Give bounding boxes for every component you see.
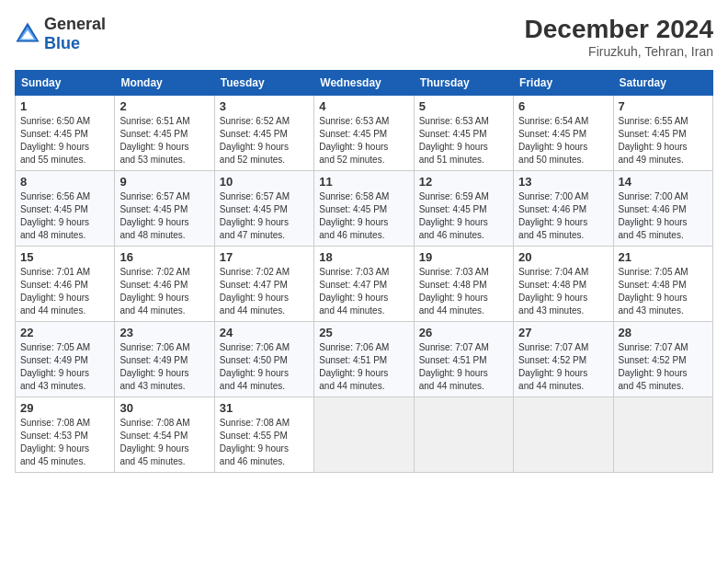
calendar-header-row: SundayMondayTuesdayWednesdayThursdayFrid… (16, 71, 713, 96)
day-number: 29 (20, 401, 109, 415)
calendar-cell: 24Sunrise: 7:06 AM Sunset: 4:50 PM Dayli… (214, 322, 313, 397)
calendar-cell: 22Sunrise: 7:05 AM Sunset: 4:49 PM Dayli… (16, 322, 115, 397)
page-header: General Blue December 2024 Firuzkuh, Teh… (15, 15, 713, 59)
day-info: Sunrise: 6:58 AM Sunset: 4:45 PM Dayligh… (319, 190, 408, 242)
calendar-cell (314, 397, 414, 473)
day-info: Sunrise: 7:07 AM Sunset: 4:52 PM Dayligh… (619, 341, 708, 393)
calendar-week-4: 22Sunrise: 7:05 AM Sunset: 4:49 PM Dayli… (16, 322, 713, 397)
day-number: 13 (518, 175, 608, 189)
day-number: 6 (518, 99, 608, 113)
day-number: 23 (119, 326, 209, 339)
day-info: Sunrise: 6:53 AM Sunset: 4:45 PM Dayligh… (319, 115, 408, 167)
day-info: Sunrise: 7:01 AM Sunset: 4:46 PM Dayligh… (20, 266, 109, 317)
day-info: Sunrise: 6:53 AM Sunset: 4:45 PM Dayligh… (419, 115, 508, 167)
day-info: Sunrise: 6:51 AM Sunset: 4:45 PM Dayligh… (119, 115, 209, 167)
calendar-cell (414, 397, 513, 473)
day-info: Sunrise: 7:07 AM Sunset: 4:52 PM Dayligh… (518, 341, 608, 393)
day-info: Sunrise: 6:57 AM Sunset: 4:45 PM Dayligh… (119, 190, 209, 242)
calendar-cell: 21Sunrise: 7:05 AM Sunset: 4:48 PM Dayli… (613, 247, 712, 322)
calendar-cell: 11Sunrise: 6:58 AM Sunset: 4:45 PM Dayli… (314, 171, 414, 247)
calendar-cell: 1Sunrise: 6:50 AM Sunset: 4:45 PM Daylig… (16, 96, 115, 171)
calendar-cell: 17Sunrise: 7:02 AM Sunset: 4:47 PM Dayli… (214, 247, 313, 322)
calendar-cell: 14Sunrise: 7:00 AM Sunset: 4:46 PM Dayli… (613, 171, 712, 247)
day-number: 18 (319, 250, 408, 264)
day-number: 31 (220, 401, 309, 415)
day-info: Sunrise: 6:57 AM Sunset: 4:45 PM Dayligh… (220, 190, 309, 242)
calendar-week-1: 1Sunrise: 6:50 AM Sunset: 4:45 PM Daylig… (16, 96, 713, 171)
day-number: 4 (319, 99, 408, 113)
calendar-cell: 8Sunrise: 6:56 AM Sunset: 4:45 PM Daylig… (16, 171, 115, 247)
day-header-tuesday: Tuesday (214, 71, 313, 96)
calendar-cell: 9Sunrise: 6:57 AM Sunset: 4:45 PM Daylig… (115, 171, 214, 247)
day-info: Sunrise: 7:08 AM Sunset: 4:54 PM Dayligh… (119, 417, 209, 468)
day-info: Sunrise: 7:00 AM Sunset: 4:46 PM Dayligh… (518, 190, 608, 242)
day-number: 14 (619, 175, 708, 189)
day-number: 28 (619, 326, 708, 339)
calendar-cell: 2Sunrise: 6:51 AM Sunset: 4:45 PM Daylig… (115, 96, 214, 171)
day-number: 9 (119, 175, 209, 189)
day-header-friday: Friday (514, 71, 613, 96)
day-number: 24 (220, 326, 309, 339)
day-number: 16 (119, 250, 209, 264)
day-info: Sunrise: 7:06 AM Sunset: 4:50 PM Dayligh… (220, 341, 309, 393)
calendar-cell: 20Sunrise: 7:04 AM Sunset: 4:48 PM Dayli… (514, 247, 613, 322)
calendar-week-5: 29Sunrise: 7:08 AM Sunset: 4:53 PM Dayli… (16, 397, 713, 473)
logo: General Blue (15, 15, 106, 53)
location: Firuzkuh, Tehran, Iran (525, 44, 713, 59)
day-info: Sunrise: 7:02 AM Sunset: 4:46 PM Dayligh… (119, 266, 209, 317)
day-number: 21 (619, 250, 708, 264)
calendar-cell: 6Sunrise: 6:54 AM Sunset: 4:45 PM Daylig… (514, 96, 613, 171)
calendar-cell: 19Sunrise: 7:03 AM Sunset: 4:48 PM Dayli… (414, 247, 513, 322)
day-info: Sunrise: 6:52 AM Sunset: 4:45 PM Dayligh… (220, 115, 309, 167)
calendar-cell: 28Sunrise: 7:07 AM Sunset: 4:52 PM Dayli… (613, 322, 712, 397)
day-header-monday: Monday (115, 71, 214, 96)
logo-text: General Blue (44, 15, 106, 53)
calendar-cell: 10Sunrise: 6:57 AM Sunset: 4:45 PM Dayli… (214, 171, 313, 247)
day-number: 8 (20, 175, 109, 189)
day-info: Sunrise: 7:08 AM Sunset: 4:55 PM Dayligh… (220, 417, 309, 468)
calendar-cell: 16Sunrise: 7:02 AM Sunset: 4:46 PM Dayli… (115, 247, 214, 322)
calendar-cell: 26Sunrise: 7:07 AM Sunset: 4:51 PM Dayli… (414, 322, 513, 397)
calendar-week-3: 15Sunrise: 7:01 AM Sunset: 4:46 PM Dayli… (16, 247, 713, 322)
day-info: Sunrise: 6:55 AM Sunset: 4:45 PM Dayligh… (619, 115, 708, 167)
day-info: Sunrise: 7:06 AM Sunset: 4:51 PM Dayligh… (319, 341, 408, 393)
day-info: Sunrise: 6:50 AM Sunset: 4:45 PM Dayligh… (20, 115, 109, 167)
day-info: Sunrise: 7:04 AM Sunset: 4:48 PM Dayligh… (518, 266, 608, 317)
calendar-cell: 29Sunrise: 7:08 AM Sunset: 4:53 PM Dayli… (16, 397, 115, 473)
day-number: 19 (419, 250, 508, 264)
day-header-sunday: Sunday (16, 71, 115, 96)
day-number: 7 (619, 99, 708, 113)
day-info: Sunrise: 7:03 AM Sunset: 4:48 PM Dayligh… (419, 266, 508, 317)
day-number: 5 (419, 99, 508, 113)
day-info: Sunrise: 7:05 AM Sunset: 4:48 PM Dayligh… (619, 266, 708, 317)
day-number: 2 (119, 99, 209, 113)
calendar-cell: 31Sunrise: 7:08 AM Sunset: 4:55 PM Dayli… (214, 397, 313, 473)
calendar-cell: 27Sunrise: 7:07 AM Sunset: 4:52 PM Dayli… (514, 322, 613, 397)
day-header-thursday: Thursday (414, 71, 513, 96)
calendar-cell: 3Sunrise: 6:52 AM Sunset: 4:45 PM Daylig… (214, 96, 313, 171)
day-number: 26 (419, 326, 508, 339)
day-number: 27 (518, 326, 608, 339)
day-number: 15 (20, 250, 109, 264)
month-year: December 2024 (525, 15, 713, 44)
calendar-cell: 12Sunrise: 6:59 AM Sunset: 4:45 PM Dayli… (414, 171, 513, 247)
day-info: Sunrise: 7:02 AM Sunset: 4:47 PM Dayligh… (220, 266, 309, 317)
day-number: 10 (220, 175, 309, 189)
day-info: Sunrise: 6:56 AM Sunset: 4:45 PM Dayligh… (20, 190, 109, 242)
day-number: 11 (319, 175, 408, 189)
day-header-saturday: Saturday (613, 71, 712, 96)
logo-icon (15, 21, 40, 47)
calendar-cell (613, 397, 712, 473)
day-info: Sunrise: 7:03 AM Sunset: 4:47 PM Dayligh… (319, 266, 408, 317)
calendar-cell: 25Sunrise: 7:06 AM Sunset: 4:51 PM Dayli… (314, 322, 414, 397)
day-number: 25 (319, 326, 408, 339)
day-info: Sunrise: 6:59 AM Sunset: 4:45 PM Dayligh… (419, 190, 508, 242)
day-number: 20 (518, 250, 608, 264)
calendar-cell: 30Sunrise: 7:08 AM Sunset: 4:54 PM Dayli… (115, 397, 214, 473)
day-number: 12 (419, 175, 508, 189)
calendar-cell: 15Sunrise: 7:01 AM Sunset: 4:46 PM Dayli… (16, 247, 115, 322)
calendar-table: SundayMondayTuesdayWednesdayThursdayFrid… (15, 70, 713, 473)
day-info: Sunrise: 6:54 AM Sunset: 4:45 PM Dayligh… (518, 115, 608, 167)
day-info: Sunrise: 7:05 AM Sunset: 4:49 PM Dayligh… (20, 341, 109, 393)
calendar-cell (514, 397, 613, 473)
